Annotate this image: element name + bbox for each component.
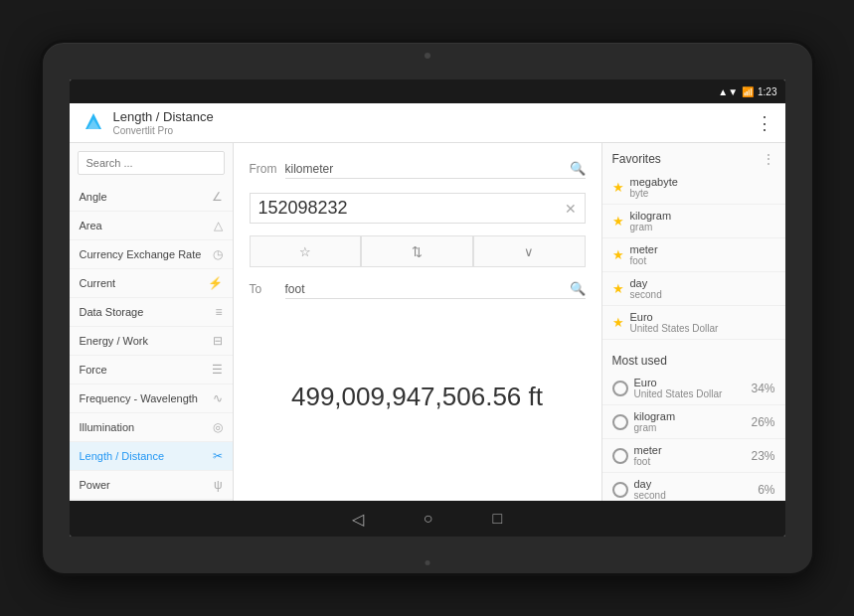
signal-icon: ▲▼	[718, 86, 738, 97]
app-subtitle: Convertlit Pro	[113, 125, 756, 136]
fav-text: kilogram gram	[630, 210, 672, 232]
sidebar-item-icon: ◎	[213, 420, 223, 434]
swap-icon: ⇅	[412, 244, 423, 259]
sidebar-item-icon: ψ	[214, 478, 223, 492]
value-input-wrap: ✕	[250, 193, 586, 224]
overflow-menu-button[interactable]: ⋮	[756, 112, 773, 134]
pie-chart-icon	[612, 448, 628, 464]
sidebar-item-data-storage[interactable]: Data Storage≡	[70, 298, 233, 327]
sidebar-item-label: Power	[80, 479, 110, 491]
to-unit-text[interactable]: foot	[285, 282, 570, 296]
favorite-icon: ☆	[299, 244, 311, 259]
battery-icon: 📶	[742, 86, 754, 97]
mu-text: day second	[634, 478, 753, 501]
from-search-icon[interactable]: 🔍	[570, 161, 586, 176]
star-icon[interactable]: ★	[612, 247, 624, 262]
nav-bar: ◁ ○ □	[70, 501, 785, 537]
sidebar-item-currency-exchange-rate[interactable]: Currency Exchange Rate◷	[70, 240, 233, 269]
from-row: From kilometer 🔍	[250, 159, 586, 179]
tablet-device: ▲▼ 📶 1:23 Length / Distance Convertlit P…	[40, 40, 815, 576]
tablet-screen: ▲▼ 📶 1:23 Length / Distance Convertlit P…	[70, 79, 785, 537]
sidebar-item-icon: ⊟	[213, 334, 223, 348]
back-button[interactable]: ◁	[352, 510, 364, 529]
most-used-list: Euro United States Dollar 34% kilogram g…	[602, 372, 785, 501]
fav-text: meter foot	[630, 243, 658, 266]
app-title: Length / Distance	[113, 109, 756, 125]
recents-button[interactable]: □	[493, 510, 503, 528]
app-bar: Length / Distance Convertlit Pro ⋮	[70, 103, 785, 143]
sidebar-item-label: Data Storage	[80, 306, 144, 318]
favorite-item-4[interactable]: ★ Euro United States Dollar	[602, 306, 785, 340]
to-search-icon[interactable]: 🔍	[570, 281, 586, 296]
sidebar-item-icon: △	[214, 219, 223, 232]
sidebar-item-label: Force	[80, 364, 107, 376]
mu-pct: 26%	[751, 415, 774, 429]
sidebar-item-label: Frequency - Wavelength	[80, 392, 198, 404]
app-logo-icon	[82, 111, 105, 135]
sidebar-item-icon: ∿	[213, 391, 223, 405]
app-title-block: Length / Distance Convertlit Pro	[113, 109, 756, 136]
sidebar-item-label: Current	[80, 277, 116, 289]
favorite-button[interactable]: ☆	[250, 235, 362, 267]
favorite-item-1[interactable]: ★ kilogram gram	[602, 205, 785, 238]
sidebar-item-power[interactable]: Powerψ	[70, 471, 233, 500]
favorite-item-2[interactable]: ★ meter foot	[602, 238, 785, 272]
mu-pct: 23%	[751, 449, 774, 463]
pie-chart-icon	[612, 381, 628, 396]
camera-dot	[425, 53, 430, 59]
sidebar-item-frequency---wavelength[interactable]: Frequency - Wavelength∿	[70, 385, 233, 413]
from-unit-wrap: kilometer 🔍	[285, 159, 586, 179]
status-bar: ▲▼ 📶 1:23	[70, 79, 785, 103]
home-dot	[425, 560, 429, 565]
star-icon[interactable]: ★	[612, 180, 624, 195]
mu-text: meter foot	[634, 444, 746, 467]
pie-chart-icon	[612, 482, 628, 498]
expand-icon: ∨	[524, 244, 534, 259]
expand-button[interactable]: ∨	[473, 235, 586, 267]
mu-text: Euro United States Dollar	[634, 377, 746, 399]
most-used-item-2[interactable]: meter foot 23%	[602, 439, 785, 473]
to-row: To foot 🔍	[250, 279, 586, 299]
sidebar-item-current[interactable]: Current⚡	[70, 269, 233, 298]
sidebar-item-energy---work[interactable]: Energy / Work⊟	[70, 327, 233, 356]
action-row: ☆ ⇅ ∨	[250, 235, 586, 267]
sidebar-item-icon: ≡	[215, 305, 222, 319]
to-unit-wrap: foot 🔍	[285, 279, 586, 299]
star-icon[interactable]: ★	[612, 281, 624, 296]
sidebar-item-area[interactable]: Area△	[70, 212, 233, 240]
most-used-item-3[interactable]: day second 6%	[602, 473, 785, 501]
most-used-item-1[interactable]: kilogram gram 26%	[602, 405, 785, 439]
fav-text: megabyte byte	[630, 176, 678, 199]
sidebar-item-label: Illumination	[80, 421, 135, 433]
sidebar-item-illumination[interactable]: Illumination◎	[70, 413, 233, 442]
clear-button[interactable]: ✕	[565, 201, 577, 217]
favorites-list: ★ megabyte byte ★ kilogram gram ★ meter …	[602, 171, 785, 340]
search-input[interactable]	[78, 151, 225, 175]
value-input[interactable]	[258, 198, 565, 219]
result-area: 499,009,947,506.56 ft	[250, 309, 586, 485]
favorites-menu-button[interactable]: ⋮	[762, 151, 775, 167]
sidebar-item-force[interactable]: Force☰	[70, 356, 233, 385]
home-button[interactable]: ○	[424, 510, 433, 528]
center-panel: From kilometer 🔍 ✕ ☆	[234, 143, 601, 501]
sidebar-item-length---distance[interactable]: Length / Distance✂	[70, 442, 233, 471]
favorite-item-3[interactable]: ★ day second	[602, 272, 785, 306]
sidebar-item-label: Length / Distance	[80, 450, 165, 462]
most-used-item-0[interactable]: Euro United States Dollar 34%	[602, 372, 785, 405]
sidebar-item-icon: ⚡	[208, 276, 223, 290]
sidebar-item-label: Currency Exchange Rate	[80, 248, 202, 260]
most-used-header: Most used	[602, 346, 785, 372]
from-unit-text[interactable]: kilometer	[285, 162, 570, 176]
time-display: 1:23	[758, 86, 776, 97]
result-value: 499,009,947,506.56 ft	[291, 382, 543, 412]
sidebar-item-label: Angle	[80, 191, 107, 203]
star-icon[interactable]: ★	[612, 214, 624, 229]
to-label: To	[250, 282, 279, 296]
fav-text: Euro United States Dollar	[630, 311, 719, 334]
sidebar-item-icon: ∠	[212, 190, 223, 204]
favorite-item-0[interactable]: ★ megabyte byte	[602, 171, 785, 205]
sidebar-items-list: Angle∠Area△Currency Exchange Rate◷Curren…	[70, 183, 233, 501]
sidebar-item-angle[interactable]: Angle∠	[70, 183, 233, 212]
swap-button[interactable]: ⇅	[361, 235, 473, 267]
star-icon[interactable]: ★	[612, 315, 624, 330]
